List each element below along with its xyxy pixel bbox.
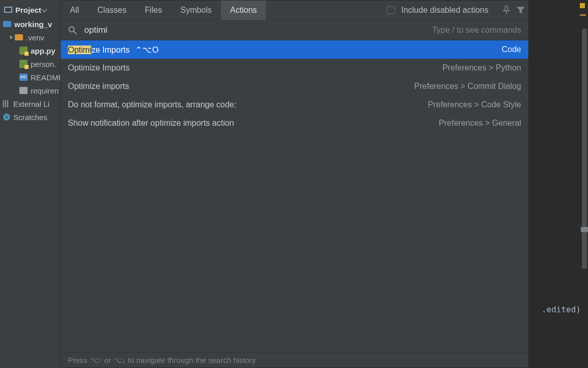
result-row[interactable]: Optimize Imports ⌃⌥OCode [61,40,528,59]
result-row[interactable]: Do not format, optimize imports, arrange… [61,96,528,114]
chevron-down-icon [41,7,47,12]
pin-icon[interactable] [502,6,511,15]
result-location: Preferences > Code Style [428,100,521,109]
tab-files[interactable]: Files [136,1,172,20]
result-label: Optimize imports [68,82,414,91]
tree-item-label: working_v [14,20,52,29]
result-location: Preferences > Commit Dialog [414,82,521,91]
md-icon: MD [19,74,28,81]
editor-scrollbar[interactable] [582,29,587,269]
checkbox-icon [387,6,395,14]
include-disabled-toggle[interactable]: Include disabled actions [387,6,497,15]
txt-icon [19,87,28,94]
result-label: Show notification after optimize imports… [68,119,439,128]
lib-icon [3,100,9,107]
scratch-icon [3,113,10,121]
tab-actions[interactable]: Actions [221,1,266,20]
popup-tabs: AllClassesFilesSymbolsActions Include di… [61,1,528,20]
search-input[interactable] [84,25,432,35]
result-location: Preferences > Python [443,63,521,73]
expand-arrow-icon [10,35,13,39]
search-hint: Type / to see commands [432,26,521,35]
search-icon [68,26,77,35]
tree-item-label: External Li [13,100,50,108]
py-icon [19,47,28,55]
result-row[interactable]: Optimize importsPreferences > Commit Dia… [61,77,528,96]
result-row[interactable]: Show notification after optimize imports… [61,114,528,132]
filter-icon[interactable] [516,6,525,15]
project-header-label: Project [15,6,41,14]
search-everywhere-popup: AllClassesFilesSymbolsActions Include di… [60,0,529,368]
inspection-indicator-icon[interactable] [580,3,585,8]
search-row: Type / to see commands [61,20,528,40]
tree-item-label: .venv [26,33,44,42]
gutter-mark-icon[interactable] [580,14,586,16]
result-location: Preferences > General [439,119,521,128]
svg-line-1 [74,31,77,34]
result-label: Optimize Imports [68,63,443,73]
result-location: Code [502,45,521,54]
results-list: Optimize Imports ⌃⌥OCodeOptimize Imports… [61,40,528,352]
result-label: Do not format, optimize imports, arrange… [68,100,428,109]
tab-all[interactable]: All [61,1,88,20]
tab-classes[interactable]: Classes [88,1,136,20]
popup-footer: Press ⌥↑ or ⌥↓ to navigate through the s… [61,352,528,367]
tab-symbols[interactable]: Symbols [171,1,220,20]
include-disabled-label: Include disabled actions [401,6,488,14]
tree-item-label: Scratches [13,113,47,122]
gutter-mark-icon[interactable] [581,227,588,232]
folder-blue-icon [3,21,11,27]
tree-item-label: requiren [31,86,59,95]
svg-point-0 [69,27,74,32]
project-tool-icon [4,7,12,13]
result-row[interactable]: Optimize ImportsPreferences > Python [61,59,528,77]
tree-item-label: README [31,73,63,82]
tree-item-label: person. [31,60,56,68]
code-fragment: .edited) [542,305,581,314]
folder-icon [15,34,23,40]
result-label: Optimize Imports ⌃⌥O [68,45,502,55]
py-icon [19,60,28,68]
tree-item-label: app.py [31,47,55,55]
footer-hint: Press ⌥↑ or ⌥↓ to navigate through the s… [68,356,256,365]
